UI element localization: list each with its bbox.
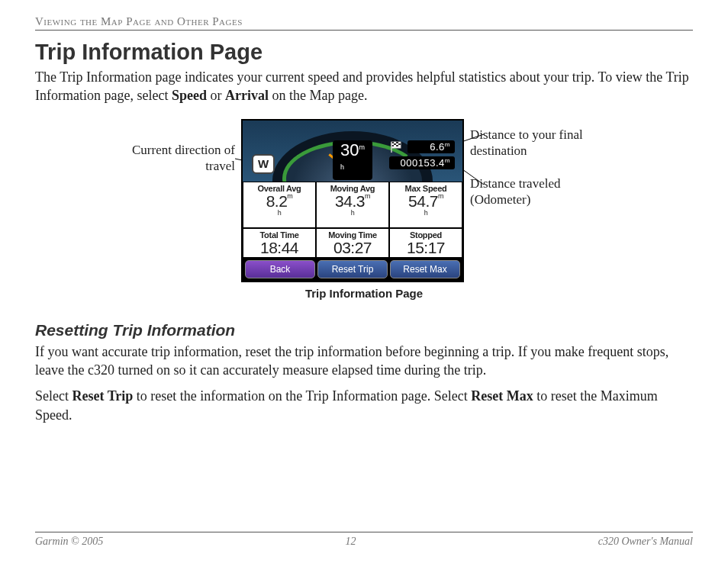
figure-caption: Trip Information Page (35, 287, 693, 300)
cell-stopped[interactable]: Stopped 15:17 (389, 228, 462, 258)
label: Moving Time (317, 230, 388, 240)
cell-moving-time[interactable]: Moving Time 03:27 (316, 228, 389, 258)
reset-max-button[interactable]: Reset Max (390, 260, 460, 278)
svg-rect-6 (394, 143, 396, 145)
cell-max-speed[interactable]: Max Speed 54.7mh (389, 182, 462, 228)
cell-total-time[interactable]: Total Time 18:44 (243, 228, 316, 258)
annotation-direction: Current direction of travel (105, 142, 235, 175)
para-reset-instructions: Select Reset Trip to reset the informati… (35, 387, 693, 424)
flag-icon (389, 140, 404, 154)
footer-page-number: 12 (345, 536, 356, 548)
device-screenshot: W 6.6m 000153.4m 30mh Overall Avg 8.2mh (241, 119, 464, 282)
svg-rect-7 (398, 143, 401, 145)
odometer[interactable]: 000153.4m (389, 156, 455, 169)
cell-moving-avg[interactable]: Moving Avg 34.3mh (316, 182, 389, 228)
text: on the Map page. (269, 88, 367, 103)
intro-paragraph: The Trip Information page indicates your… (35, 68, 693, 105)
figure-area: Current direction of travel W 6.6m 00015… (35, 119, 693, 282)
page-footer: Garmin © 2005 12 c320 Owner's Manual (35, 532, 693, 548)
distance-to-dest[interactable]: 6.6m (407, 140, 455, 153)
text: to reset the information on the Trip Inf… (133, 388, 471, 404)
label: Stopped (390, 230, 462, 240)
direction-badge[interactable]: W (252, 154, 275, 174)
bold-arrival: Arrival (225, 88, 269, 103)
stats-row-1: Overall Avg 8.2mh Moving Avg 34.3mh Max … (243, 182, 462, 228)
page-title: Trip Information Page (35, 40, 693, 65)
current-speed[interactable]: 30mh (333, 140, 372, 180)
button-row: Back Reset Trip Reset Max (243, 258, 462, 281)
footer-copyright: Garmin © 2005 (35, 536, 103, 548)
bold-reset-max: Reset Max (471, 388, 533, 404)
gauge-panel: W 6.6m 000153.4m 30mh (243, 121, 462, 182)
footer-doc-title: c320 Owner's Manual (598, 536, 693, 548)
stats-row-2: Total Time 18:44 Moving Time 03:27 Stopp… (243, 228, 462, 258)
label: Total Time (243, 230, 315, 240)
back-button[interactable]: Back (245, 260, 315, 278)
sub-heading: Resetting Trip Information (35, 321, 693, 339)
svg-rect-9 (396, 145, 398, 146)
section-header: Viewing the Map Page and Other Pages (35, 15, 693, 31)
text: Select (35, 388, 72, 404)
bold-speed: Speed (172, 88, 207, 103)
annotation-odometer: Distance traveled (Odometer) (470, 175, 623, 208)
bold-reset-trip: Reset Trip (72, 388, 133, 404)
annotation-dist-dest: Distance to your final destination (470, 127, 623, 159)
cell-overall-avg[interactable]: Overall Avg 8.2mh (243, 182, 316, 228)
svg-rect-5 (396, 142, 398, 143)
para-reset-info: If you want accurate trip information, r… (35, 343, 693, 380)
text: or (207, 88, 225, 103)
reset-trip-button[interactable]: Reset Trip (317, 260, 388, 278)
